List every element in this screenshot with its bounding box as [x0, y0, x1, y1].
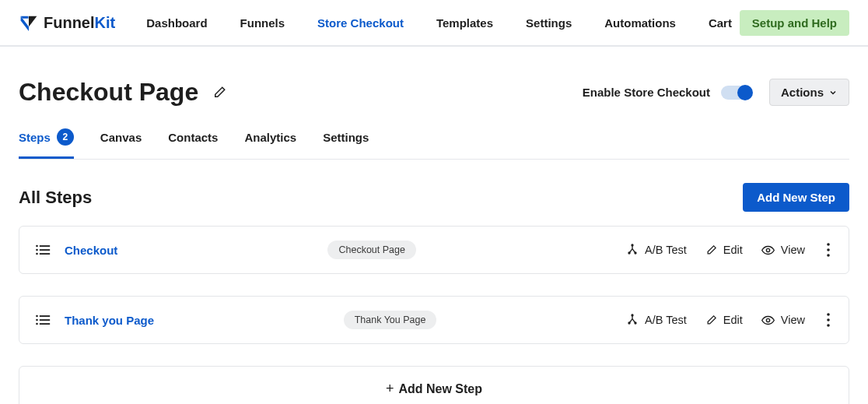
- add-bar-label: Add New Step: [398, 382, 482, 395]
- svg-point-6: [632, 244, 633, 246]
- svg-rect-3: [40, 249, 50, 251]
- svg-point-23: [827, 313, 830, 316]
- more-icon[interactable]: [824, 313, 833, 327]
- svg-rect-14: [40, 315, 50, 317]
- nav-dashboard[interactable]: Dashboard: [146, 16, 207, 30]
- svg-point-20: [628, 322, 630, 324]
- actions-button[interactable]: Actions: [769, 79, 849, 106]
- page-title: Checkout Page: [19, 78, 198, 107]
- ab-label: A/B Test: [645, 244, 687, 256]
- svg-point-8: [635, 252, 636, 254]
- svg-point-0: [36, 245, 38, 248]
- step-row: Thank you Page Thank You Page A/B Test E…: [19, 296, 849, 344]
- tab-settings[interactable]: Settings: [323, 128, 369, 159]
- edit-button[interactable]: Edit: [705, 244, 743, 256]
- section-title: All Steps: [19, 188, 92, 208]
- top-nav: FunnelKit Dashboard Funnels Store Checko…: [0, 0, 868, 47]
- ab-test-button[interactable]: A/B Test: [626, 314, 687, 326]
- svg-point-4: [36, 253, 38, 255]
- pencil-icon[interactable]: [212, 86, 226, 100]
- pencil-icon: [705, 314, 717, 326]
- add-new-step-button[interactable]: Add New Step: [743, 183, 849, 212]
- step-row: Checkout Checkout Page A/B Test Edit Vie…: [19, 226, 849, 274]
- svg-point-19: [632, 314, 633, 316]
- svg-point-2: [36, 249, 38, 251]
- edit-button[interactable]: Edit: [705, 314, 743, 326]
- view-label: View: [781, 314, 805, 326]
- svg-point-25: [827, 324, 830, 327]
- plus-icon: +: [386, 381, 394, 396]
- page-header: Checkout Page Enable Store Checkout Acti…: [19, 78, 849, 107]
- tab-analytics[interactable]: Analytics: [244, 128, 296, 159]
- svg-rect-16: [40, 319, 50, 321]
- svg-rect-18: [40, 323, 50, 325]
- svg-point-21: [635, 322, 636, 324]
- svg-point-7: [628, 252, 630, 254]
- tab-label: Steps: [19, 131, 51, 144]
- nav-funnels[interactable]: Funnels: [240, 16, 285, 30]
- enable-checkout-toggle[interactable]: [721, 86, 752, 100]
- nav-cart[interactable]: Cart: [709, 16, 732, 30]
- nav-settings[interactable]: Settings: [526, 16, 572, 30]
- svg-point-13: [36, 315, 38, 318]
- eye-icon: [761, 244, 775, 257]
- step-name-link[interactable]: Checkout: [65, 244, 117, 257]
- logo-icon: [19, 12, 39, 33]
- tab-steps[interactable]: Steps 2: [19, 128, 74, 159]
- split-icon: [626, 314, 639, 326]
- ab-label: A/B Test: [645, 314, 687, 326]
- split-icon: [626, 244, 639, 256]
- nav-store-checkout[interactable]: Store Checkout: [317, 16, 404, 30]
- setup-help-button[interactable]: Setup and Help: [740, 10, 849, 36]
- svg-point-12: [827, 254, 830, 257]
- add-new-step-bar[interactable]: +Add New Step: [19, 366, 849, 404]
- tab-canvas[interactable]: Canvas: [100, 128, 142, 159]
- edit-label: Edit: [723, 244, 743, 256]
- edit-label: Edit: [723, 314, 743, 326]
- nav-automations[interactable]: Automations: [604, 16, 676, 30]
- nav-items: Dashboard Funnels Store Checkout Templat…: [146, 16, 740, 30]
- actions-label: Actions: [781, 86, 824, 99]
- drag-icon[interactable]: [35, 313, 51, 327]
- step-type-pill: Checkout Page: [327, 241, 415, 259]
- nav-templates[interactable]: Templates: [436, 16, 493, 30]
- logo-text: FunnelKit: [44, 14, 115, 32]
- svg-point-11: [827, 248, 830, 251]
- section-header: All Steps Add New Step: [19, 183, 849, 212]
- step-name-link[interactable]: Thank you Page: [65, 314, 154, 327]
- svg-rect-1: [40, 245, 50, 247]
- chevron-down-icon: [828, 88, 838, 97]
- step-actions: A/B Test Edit View: [626, 313, 833, 327]
- svg-point-24: [827, 318, 830, 321]
- view-label: View: [781, 244, 805, 256]
- drag-icon[interactable]: [35, 243, 51, 257]
- step-actions: A/B Test Edit View: [626, 243, 833, 257]
- more-icon[interactable]: [824, 243, 833, 257]
- step-type-pill: Thank You Page: [344, 311, 437, 329]
- view-button[interactable]: View: [761, 314, 805, 327]
- toggle-knob: [737, 85, 753, 100]
- svg-rect-5: [40, 253, 50, 255]
- toggle-label: Enable Store Checkout: [583, 86, 710, 99]
- svg-point-15: [36, 319, 38, 321]
- svg-point-22: [766, 318, 769, 321]
- svg-point-17: [36, 323, 38, 325]
- view-button[interactable]: View: [761, 244, 805, 257]
- tab-badge: 2: [57, 128, 74, 146]
- ab-test-button[interactable]: A/B Test: [626, 244, 687, 256]
- logo[interactable]: FunnelKit: [19, 12, 115, 33]
- tab-contacts[interactable]: Contacts: [168, 128, 218, 159]
- pencil-icon: [705, 244, 717, 256]
- svg-point-9: [766, 248, 769, 251]
- eye-icon: [761, 314, 775, 327]
- tabs: Steps 2 Canvas Contacts Analytics Settin…: [19, 128, 849, 160]
- svg-point-10: [827, 243, 830, 246]
